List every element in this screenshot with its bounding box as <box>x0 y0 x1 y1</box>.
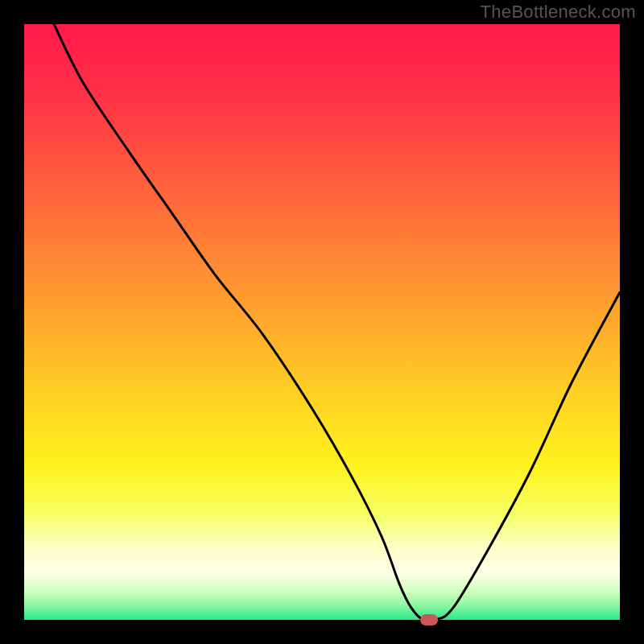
bottleneck-curve <box>54 24 620 621</box>
optimal-point-marker <box>420 614 438 625</box>
chart-frame: TheBottleneck.com <box>0 0 644 644</box>
curve-layer <box>24 24 620 620</box>
watermark-text: TheBottleneck.com <box>481 2 636 23</box>
plot-area <box>24 24 620 620</box>
